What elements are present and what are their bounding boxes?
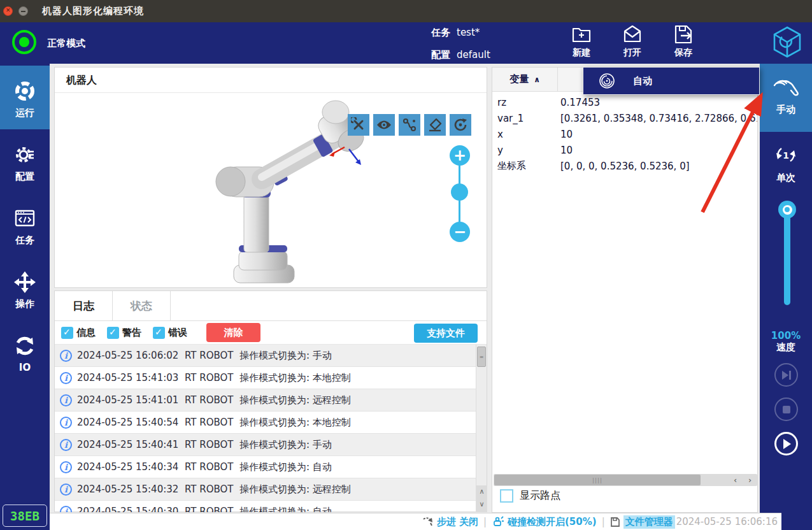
stop-button[interactable] [774, 398, 798, 421]
log-row[interactable]: i 2024-05-25 15:40:32 RT ROBOT 操作模式切换为: … [55, 478, 476, 501]
show-waypoints-checkbox[interactable] [500, 489, 513, 503]
mode-menu-item-auto[interactable]: 自动 [583, 67, 760, 95]
view-path-button[interactable] [399, 114, 420, 136]
open-button[interactable]: 打开 [610, 24, 655, 59]
filter-error-label: 错误 [168, 327, 187, 339]
support-files-button[interactable]: 支持文件 [414, 324, 478, 343]
log-list[interactable]: i 2024-05-25 16:06:02 RT ROBOT 操作模式切换为: … [55, 345, 476, 512]
open-file-icon [622, 24, 643, 45]
sidebar-item-config[interactable]: 配置 [0, 129, 50, 193]
step-mode-toggle[interactable]: 步进 关闭 [422, 516, 478, 528]
play-icon [781, 438, 792, 450]
filter-warning-checkbox[interactable] [107, 327, 119, 339]
clear-button[interactable]: 清除 [206, 323, 260, 342]
minimize-icon[interactable] [18, 6, 28, 16]
log-row[interactable]: i 2024-05-25 15:40:30 RT ROBOT 操作模式切换为: … [55, 501, 476, 512]
tab-log[interactable]: 日志 [55, 291, 113, 320]
run-icon [13, 80, 36, 103]
log-row[interactable]: i 2024-05-25 15:40:54 RT ROBOT 操作模式切换为: … [55, 412, 476, 434]
variables-tab[interactable]: 变量 ∧ [492, 68, 558, 91]
config-label: 配置 [431, 49, 450, 61]
log-panel: 日志 状态 信息 警告 错误 清除 支持文件 i 2024-05-25 16:0… [54, 290, 487, 512]
log-filterrow: 信息 警告 错误 清除 支持文件 [55, 321, 487, 345]
sidebar-item-task[interactable]: 任务 [0, 193, 50, 257]
tab-status[interactable]: 状态 [113, 291, 171, 320]
step-forward-button[interactable] [774, 363, 798, 387]
save-button[interactable]: 保存 [661, 24, 706, 59]
speed-readout: 100% 速度 [760, 330, 812, 353]
info-icon: i [60, 483, 72, 496]
auto-mode-icon [599, 73, 615, 89]
right-sidebar-footer [781, 513, 812, 530]
view-erase-button[interactable] [424, 114, 446, 136]
filter-info-checkbox[interactable] [61, 327, 73, 339]
mode-label: 正常模式 [47, 38, 85, 50]
new-file-icon [571, 24, 592, 45]
robot-panel: 机器人 [54, 67, 487, 288]
step-forward-icon [781, 370, 792, 380]
variable-row: x 10 [492, 126, 757, 142]
robot-panel-title: 机器人 [55, 68, 487, 93]
zoom-slider-knob[interactable] [451, 183, 468, 201]
hscroll-left-icon[interactable]: ‹ [728, 474, 743, 486]
info-icon: i [60, 350, 72, 362]
save-icon [673, 24, 694, 45]
log-scrollbar[interactable]: ≡ ∧∨ [476, 345, 487, 512]
task-field: 任务 test* [431, 27, 480, 39]
hscroll-right-icon[interactable]: › [743, 474, 757, 486]
show-waypoints-label: 显示路点 [520, 489, 560, 503]
sidebar-item-run[interactable]: 运行 [0, 66, 50, 129]
info-icon: i [60, 417, 72, 429]
zoom-out-button[interactable]: − [450, 222, 470, 242]
variable-row: 坐标系 [0, 0, 0, 0.5236, 0.5236, 0] [492, 158, 757, 174]
status-bar: 步进 关闭 | 碰撞检测开启(50%) | 文件管理器 2024-05-25 1… [50, 513, 781, 530]
hand-icon [773, 78, 799, 99]
eraser-icon [427, 117, 443, 132]
log-row[interactable]: i 2024-05-25 15:41:03 RT ROBOT 操作模式切换为: … [55, 367, 476, 389]
variables-hscrollbar-thumb[interactable]: |||| [494, 475, 701, 485]
statusbar-divider: | [602, 516, 605, 527]
collapse-chevron-icon: ∧ [534, 75, 540, 84]
play-button[interactable] [774, 432, 798, 455]
variable-row: rz 0.17453 [492, 94, 757, 110]
log-scrollbar-thumb[interactable]: ≡ [477, 347, 486, 367]
info-icon: i [60, 506, 72, 513]
speed-slider-knob[interactable] [778, 201, 796, 218]
variables-hscrollbar[interactable]: |||| ‹ › [494, 474, 757, 486]
collision-detection-toggle[interactable]: 碰撞检测开启(50%) [492, 516, 597, 528]
close-icon[interactable] [3, 6, 13, 16]
filter-error-checkbox[interactable] [153, 327, 165, 339]
variables-panel: 变量 ∧ rz 0.17453 var_1 [0.3261, 0.35348, … [492, 67, 758, 513]
file-manager-icon [610, 517, 620, 527]
log-row[interactable]: i 2024-05-25 15:40:34 RT ROBOT 操作模式切换为: … [55, 456, 476, 478]
view-visibility-button[interactable] [373, 114, 395, 136]
view-tools-button[interactable] [348, 114, 369, 136]
speed-slider-track[interactable] [784, 208, 790, 305]
speed-slider[interactable] [778, 201, 796, 309]
sidebar-item-io[interactable]: IO [0, 320, 50, 384]
code-window-icon [13, 207, 36, 230]
log-row[interactable]: i 2024-05-25 15:40:41 RT ROBOT 操作模式切换为: … [55, 434, 476, 456]
file-manager-button[interactable]: 文件管理器 [610, 515, 675, 529]
filter-warning-label: 警告 [122, 327, 141, 339]
titlebar: 机器人图形化编程环境 [0, 0, 812, 22]
app-window: 机器人图形化编程环境 正常模式 任务 test* 配置 default 新建 打… [0, 0, 812, 530]
svg-text:1: 1 [783, 150, 789, 161]
window-title: 机器人图形化编程环境 [42, 5, 144, 17]
config-field: 配置 default [431, 49, 490, 61]
log-scrollbar-buttons[interactable]: ∧∨ [476, 485, 487, 512]
single-cycle-button[interactable]: 1 单次 [760, 132, 812, 196]
log-row[interactable]: i 2024-05-25 15:41:01 RT ROBOT 操作模式切换为: … [55, 389, 476, 412]
task-value: test* [457, 27, 480, 39]
left-sidebar: 运行 配置 任务 操作 [0, 64, 50, 530]
path-icon [402, 117, 417, 132]
zoom-in-button[interactable]: + [450, 145, 470, 166]
view-reset-rotation-button[interactable] [450, 114, 471, 136]
sidebar-item-operate[interactable]: 操作 [0, 257, 50, 320]
speed-label: 速度 [760, 341, 812, 353]
new-button[interactable]: 新建 [559, 24, 604, 59]
manual-mode-button[interactable]: 手动 [760, 64, 812, 132]
log-row[interactable]: i 2024-05-25 16:06:02 RT ROBOT 操作模式切换为: … [55, 345, 476, 367]
stop-icon [782, 405, 791, 414]
log-tabrow: 日志 状态 [55, 291, 487, 321]
